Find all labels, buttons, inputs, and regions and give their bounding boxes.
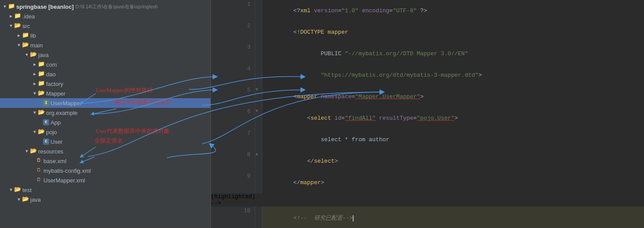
tree-item-java[interactable]: ▼ 📂 java xyxy=(0,50,210,60)
line-number-9: 9 xyxy=(211,172,255,193)
app-label: App xyxy=(51,119,61,126)
org-arrow: ▼ xyxy=(32,110,38,115)
resources-label: resources xyxy=(38,148,63,155)
java-folder-icon: 📂 xyxy=(30,51,37,58)
code-line-7: 7 select * from author xyxy=(211,129,644,150)
line6-id-val: "findAll" xyxy=(345,115,376,121)
java-arrow: ▼ xyxy=(24,53,30,57)
code-lines: 1 <?xml version="1.0" encoding="UTF-8" ?… xyxy=(211,0,644,228)
tree-item-dao[interactable]: ▶ 📁 dao xyxy=(0,69,210,79)
code-line-4: 4 "https://mybatis.org/dtd/mybatis-3-map… xyxy=(211,64,644,86)
app-class-icon: C xyxy=(43,119,49,125)
line5-attr-ns: namespace xyxy=(321,93,351,100)
tree-item-main[interactable]: ▼ 📂 main xyxy=(0,40,210,50)
line1-val-encoding: "UTF-8" xyxy=(393,7,417,14)
pojo-label: pojo xyxy=(46,129,57,135)
line-content-1[interactable]: <?xml version="1.0" encoding="UTF-8" ?> xyxy=(262,0,644,21)
line1-val-version: "1.0" xyxy=(341,7,358,14)
com-label: com xyxy=(46,61,57,68)
main-label: main xyxy=(30,42,43,49)
tree-item-base-xml[interactable]: 🗒 base.xml xyxy=(0,156,210,166)
tree-item-java2[interactable]: ▼ 📂 java xyxy=(0,195,210,204)
line-gutter-6: ▼ xyxy=(255,107,262,129)
code-line-2: 2 <!DOCTYPE mapper xyxy=(211,21,644,43)
lib-arrow: ▶ xyxy=(16,33,22,38)
idea-arrow: ▶ xyxy=(8,14,14,19)
line6-rt-val: "pojo.User" xyxy=(417,115,455,121)
tree-item-pojo[interactable]: ▼ 📂 pojo xyxy=(0,127,210,137)
line6-indent xyxy=(293,115,307,121)
line-content-9[interactable]: </mapper> xyxy=(262,172,644,193)
line6-eq2: = xyxy=(413,115,417,121)
tree-item-mapper[interactable]: ▼ 📂 Mapper xyxy=(0,89,210,98)
tree-item-src[interactable]: ▼ 📂 src xyxy=(0,21,210,31)
tree-item-usermapper[interactable]: I UserMapper xyxy=(0,98,210,108)
dao-folder-icon: 📁 xyxy=(38,71,45,78)
line6-attr-rt: resultType xyxy=(379,115,413,121)
test-folder-icon: 📂 xyxy=(14,186,21,193)
tree-item-lib[interactable]: ▶ 📁 lib xyxy=(0,31,210,40)
line4-url: "https://mybatis.org/dtd/mybatis-3-mappe… xyxy=(321,72,478,78)
tree-root[interactable]: ▼ 📁 springbase [beanloc] D:\9.14\工作\在备\j… xyxy=(0,2,210,11)
factory-arrow: ▶ xyxy=(32,81,38,86)
code-line-5: 5 ▼ <mapper namespace="Mapper.UserMapper… xyxy=(211,86,644,107)
line8-open: </ xyxy=(307,158,314,164)
line-content-8[interactable]: </select> xyxy=(262,150,644,172)
fold-8[interactable]: ▲ xyxy=(255,152,258,157)
line-gutter-10 xyxy=(255,207,262,228)
root-path: D:\9.14\工作\在备\java\在备\springtest\ xyxy=(76,4,158,10)
line6-close: > xyxy=(455,115,458,121)
com-folder-icon: 📁 xyxy=(38,61,45,68)
line-content-4[interactable]: "https://mybatis.org/dtd/mybatis-3-mappe… xyxy=(262,64,644,86)
line-gutter-8: ▲ xyxy=(255,150,262,172)
org-folder-icon: 📂 xyxy=(38,109,45,116)
tree-item-test[interactable]: ▼ 📂 test xyxy=(0,185,210,195)
line-gutter-3 xyxy=(255,43,262,64)
usermapper-label: UserMapper xyxy=(51,100,82,107)
tree-item-usermapper-xml[interactable]: 🗒 UserMapper.xml xyxy=(0,175,210,185)
line-gutter-7 xyxy=(255,129,262,150)
line-content-5[interactable]: <mapper namespace="Mapper.UserMapper"> xyxy=(262,86,644,107)
tree-item-com[interactable]: ▶ 📁 com xyxy=(0,60,210,69)
line-content-3[interactable]: PUBLIC "-//mybatis.org//DTD Mapper 3.0//… xyxy=(262,43,644,64)
factory-label: factory xyxy=(46,81,63,87)
tree-item-app[interactable]: C App xyxy=(0,118,210,127)
code-editor[interactable]: 1 <?xml version="1.0" encoding="UTF-8" ?… xyxy=(211,0,644,228)
fold-5[interactable]: ▼ xyxy=(255,87,258,92)
root-label: springbase [beanloc] xyxy=(16,4,74,10)
test-label: test xyxy=(22,187,32,193)
line-gutter-9 xyxy=(255,172,262,193)
line-content-7[interactable]: select * from author xyxy=(262,129,644,150)
tree-item-org-example[interactable]: ▼ 📂 org.example xyxy=(0,108,210,118)
file-tree[interactable]: ▼ 📁 springbase [beanloc] D:\9.14\工作\在备\j… xyxy=(0,0,211,228)
line8-tag: select xyxy=(314,158,335,164)
tree-item-mybatis-config[interactable]: 🗒 mybatis-config.xml xyxy=(0,166,210,175)
line2-bracket: <! xyxy=(293,29,300,36)
tree-item-resources[interactable]: ▼ 📂 resources xyxy=(0,146,210,156)
line-content-2[interactable]: <!DOCTYPE mapper xyxy=(262,21,644,43)
line-content-6[interactable]: <select id="findAll" resultType="pojo.Us… xyxy=(262,107,644,129)
tree-item-idea[interactable]: ▶ 📁 .idea xyxy=(0,11,210,21)
resources-arrow: ▼ xyxy=(24,149,30,154)
usermapper-xml-icon: 🗒 xyxy=(35,177,42,184)
line-content-10[interactable]: <!-- 研究已配置--> xyxy=(262,207,644,228)
tree-item-factory[interactable]: ▶ 📁 factory xyxy=(0,79,210,89)
code-line-6: 6 ▼ <select id="findAll" resultType="poj… xyxy=(211,107,644,129)
fold-6[interactable]: ▼ xyxy=(255,109,258,114)
test-arrow: ▼ xyxy=(8,188,14,192)
line4-close: > xyxy=(478,72,482,78)
code-line-10: 10 <!-- 研究已配置--> xyxy=(211,207,644,228)
src-folder-icon: 📂 xyxy=(14,22,21,29)
base-xml-icon: 🗒 xyxy=(35,157,42,164)
com-arrow: ▶ xyxy=(32,62,38,67)
line7-sql: select * from author xyxy=(293,136,389,143)
tree-item-user[interactable]: C User xyxy=(0,137,210,146)
code-line-9: 9 </mapper> xyxy=(211,172,644,193)
line-gutter-5: ▼ xyxy=(255,86,262,107)
lib-folder-icon: 📁 xyxy=(22,32,29,39)
text-cursor xyxy=(353,215,354,221)
mybatis-config-label: mybatis-config.xml xyxy=(43,167,91,174)
line1-bracket-close: ?> xyxy=(420,7,427,14)
line3-public-val: "-//mybatis.org//DTD Mapper 3.0//EN" xyxy=(345,50,468,57)
line-number-5: 5 xyxy=(211,86,255,107)
